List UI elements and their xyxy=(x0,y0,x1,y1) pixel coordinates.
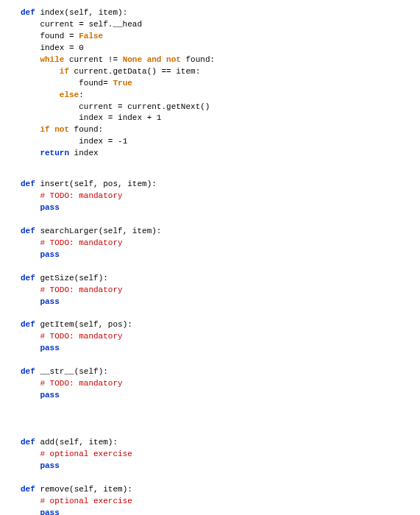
else-keyword: else xyxy=(60,90,79,99)
false-keyword: False xyxy=(79,32,103,40)
if-not-keyword: if not xyxy=(40,125,69,134)
pass-keyword: pass xyxy=(40,391,59,399)
fn-name: searchLarger xyxy=(40,227,98,235)
todo-comment: # TODO: mandatory xyxy=(40,238,122,247)
todo-comment: # TODO: mandatory xyxy=(40,332,122,341)
pass-keyword: pass xyxy=(40,250,59,259)
pass-keyword: pass xyxy=(40,508,59,516)
code-line: index = -1 xyxy=(79,137,127,146)
fn-name: insert xyxy=(40,180,69,188)
def-keyword: def xyxy=(21,367,35,376)
fn-sig: (self): xyxy=(74,367,108,376)
todo-comment: # TODO: mandatory xyxy=(40,191,122,200)
def-keyword: def xyxy=(21,485,35,494)
fn-sig: (self, item): xyxy=(54,438,118,447)
def-keyword: def xyxy=(21,227,35,235)
pass-keyword: pass xyxy=(40,203,59,212)
not-keyword: not xyxy=(166,55,181,64)
code-line: found= xyxy=(79,79,113,88)
code-line: found: xyxy=(69,125,103,134)
fn-name: getItem xyxy=(40,320,74,329)
todo-comment: # TODO: mandatory xyxy=(40,379,122,388)
true-keyword: True xyxy=(113,79,132,88)
if-keyword: if xyxy=(60,67,69,76)
return-keyword: return xyxy=(40,149,69,157)
code-document: def index(self, item): current = self.__… xyxy=(0,0,420,515)
fn-name: index xyxy=(40,8,64,17)
fn-sig: (self, pos): xyxy=(74,320,132,329)
fn-sig: (self, item): xyxy=(99,227,162,235)
code-line: found: xyxy=(181,55,215,64)
def-keyword: def xyxy=(21,438,35,447)
def-keyword: def xyxy=(21,274,35,283)
fn-sig: (self, pos, item): xyxy=(69,180,157,188)
and-keyword: and xyxy=(142,55,166,64)
pass-keyword: pass xyxy=(40,297,59,306)
code-block: def index(self, item): current = self.__… xyxy=(21,7,420,515)
fn-name: getSize xyxy=(40,274,74,283)
todo-comment: # TODO: mandatory xyxy=(40,285,122,294)
def-keyword: def xyxy=(21,320,35,329)
code-line: current = self.__head xyxy=(40,20,142,29)
fn-sig: (self): xyxy=(74,274,108,283)
pass-keyword: pass xyxy=(40,461,59,470)
fn-name: remove xyxy=(40,485,69,494)
code-line: current.getData() == item: xyxy=(69,67,200,76)
code-line: current = current.getNext() xyxy=(79,102,210,111)
code-line: index = 0 xyxy=(40,43,83,52)
while-keyword: while xyxy=(40,55,64,64)
fn-sig: (self, item): xyxy=(64,8,127,17)
pass-keyword: pass xyxy=(40,344,59,352)
code-line: index = index + 1 xyxy=(79,113,161,122)
none-keyword: None xyxy=(123,55,142,64)
fn-sig: (self, item): xyxy=(69,485,132,494)
def-keyword: def xyxy=(21,8,35,17)
fn-name: add xyxy=(40,438,54,447)
code-line: index xyxy=(69,149,99,157)
optional-comment: # optional exercise xyxy=(40,497,132,505)
code-line: current != xyxy=(64,55,122,64)
def-keyword: def xyxy=(21,180,35,188)
code-line: found = xyxy=(40,32,79,40)
optional-comment: # optional exercise xyxy=(40,450,132,458)
fn-name: __str__ xyxy=(40,367,74,376)
